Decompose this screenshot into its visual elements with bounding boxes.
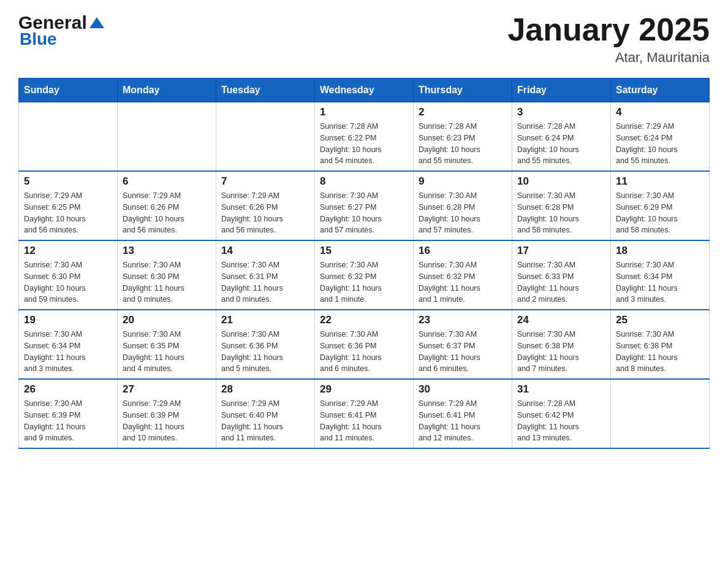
day-info: Sunrise: 7:29 AM Sunset: 6:26 PM Dayligh…: [123, 190, 211, 236]
calendar-subtitle: Atar, Mauritania: [507, 50, 710, 66]
day-number: 9: [419, 175, 507, 188]
table-row: 10Sunrise: 7:30 AM Sunset: 6:28 PM Dayli…: [512, 171, 611, 240]
day-info: Sunrise: 7:28 AM Sunset: 6:42 PM Dayligh…: [517, 398, 605, 444]
page-header: General Blue January 2025 Atar, Mauritan…: [18, 12, 710, 66]
day-info: Sunrise: 7:29 AM Sunset: 6:41 PM Dayligh…: [320, 398, 408, 444]
day-info: Sunrise: 7:30 AM Sunset: 6:29 PM Dayligh…: [616, 190, 704, 236]
table-row: [118, 102, 216, 172]
table-row: 14Sunrise: 7:30 AM Sunset: 6:31 PM Dayli…: [216, 240, 315, 310]
calendar-title: January 2025: [507, 12, 710, 47]
day-number: 4: [616, 106, 704, 118]
day-number: 29: [320, 383, 408, 396]
calendar-week-row: 5Sunrise: 7:29 AM Sunset: 6:25 PM Daylig…: [19, 171, 710, 240]
day-number: 26: [24, 383, 112, 396]
table-row: [611, 379, 710, 448]
day-info: Sunrise: 7:30 AM Sunset: 6:34 PM Dayligh…: [24, 329, 112, 375]
day-info: Sunrise: 7:30 AM Sunset: 6:38 PM Dayligh…: [616, 329, 704, 375]
col-sunday: Sunday: [19, 79, 118, 102]
day-info: Sunrise: 7:30 AM Sunset: 6:35 PM Dayligh…: [123, 329, 211, 375]
table-row: 27Sunrise: 7:29 AM Sunset: 6:39 PM Dayli…: [118, 379, 216, 448]
table-row: 20Sunrise: 7:30 AM Sunset: 6:35 PM Dayli…: [118, 310, 216, 379]
day-info: Sunrise: 7:30 AM Sunset: 6:38 PM Dayligh…: [517, 329, 605, 375]
col-friday: Friday: [512, 79, 611, 102]
day-number: 20: [123, 314, 211, 326]
day-info: Sunrise: 7:30 AM Sunset: 6:39 PM Dayligh…: [24, 398, 112, 444]
day-number: 13: [123, 245, 211, 257]
day-number: 27: [123, 383, 211, 396]
day-number: 22: [320, 314, 408, 326]
day-number: 14: [221, 245, 309, 257]
svg-marker-0: [89, 17, 104, 28]
table-row: 19Sunrise: 7:30 AM Sunset: 6:34 PM Dayli…: [19, 310, 118, 379]
table-row: 7Sunrise: 7:29 AM Sunset: 6:26 PM Daylig…: [216, 171, 315, 240]
table-row: 26Sunrise: 7:30 AM Sunset: 6:39 PM Dayli…: [19, 379, 118, 448]
logo-blue-text: Blue: [20, 29, 57, 49]
day-number: 11: [616, 175, 704, 188]
day-info: Sunrise: 7:30 AM Sunset: 6:28 PM Dayligh…: [517, 190, 605, 236]
day-number: 3: [517, 106, 605, 118]
day-info: Sunrise: 7:28 AM Sunset: 6:22 PM Dayligh…: [320, 121, 408, 167]
table-row: 22Sunrise: 7:30 AM Sunset: 6:36 PM Dayli…: [315, 310, 414, 379]
table-row: 23Sunrise: 7:30 AM Sunset: 6:37 PM Dayli…: [414, 310, 512, 379]
table-row: 12Sunrise: 7:30 AM Sunset: 6:30 PM Dayli…: [19, 240, 118, 310]
day-info: Sunrise: 7:29 AM Sunset: 6:24 PM Dayligh…: [616, 121, 704, 167]
day-info: Sunrise: 7:30 AM Sunset: 6:28 PM Dayligh…: [419, 190, 507, 236]
table-row: [19, 102, 118, 172]
calendar-table: Sunday Monday Tuesday Wednesday Thursday…: [18, 78, 710, 449]
calendar-week-row: 26Sunrise: 7:30 AM Sunset: 6:39 PM Dayli…: [19, 379, 710, 448]
table-row: 30Sunrise: 7:29 AM Sunset: 6:41 PM Dayli…: [414, 379, 512, 448]
table-row: 3Sunrise: 7:28 AM Sunset: 6:24 PM Daylig…: [512, 102, 611, 172]
table-row: 17Sunrise: 7:30 AM Sunset: 6:33 PM Dayli…: [512, 240, 611, 310]
table-row: 9Sunrise: 7:30 AM Sunset: 6:28 PM Daylig…: [414, 171, 512, 240]
table-row: 11Sunrise: 7:30 AM Sunset: 6:29 PM Dayli…: [611, 171, 710, 240]
day-info: Sunrise: 7:30 AM Sunset: 6:36 PM Dayligh…: [320, 329, 408, 375]
day-info: Sunrise: 7:30 AM Sunset: 6:34 PM Dayligh…: [616, 259, 704, 305]
day-info: Sunrise: 7:30 AM Sunset: 6:32 PM Dayligh…: [320, 259, 408, 305]
calendar-week-row: 19Sunrise: 7:30 AM Sunset: 6:34 PM Dayli…: [19, 310, 710, 379]
table-row: 28Sunrise: 7:29 AM Sunset: 6:40 PM Dayli…: [216, 379, 315, 448]
col-monday: Monday: [118, 79, 216, 102]
day-info: Sunrise: 7:30 AM Sunset: 6:27 PM Dayligh…: [320, 190, 408, 236]
day-number: 19: [24, 314, 112, 326]
logo: General Blue: [18, 12, 105, 49]
calendar-header-row: Sunday Monday Tuesday Wednesday Thursday…: [19, 79, 710, 102]
day-number: 2: [419, 106, 507, 118]
day-number: 12: [24, 245, 112, 257]
col-wednesday: Wednesday: [315, 79, 414, 102]
day-number: 7: [221, 175, 309, 188]
col-saturday: Saturday: [611, 79, 710, 102]
day-number: 21: [221, 314, 309, 326]
day-number: 30: [419, 383, 507, 396]
table-row: 15Sunrise: 7:30 AM Sunset: 6:32 PM Dayli…: [315, 240, 414, 310]
day-number: 15: [320, 245, 408, 257]
table-row: 16Sunrise: 7:30 AM Sunset: 6:32 PM Dayli…: [414, 240, 512, 310]
table-row: 1Sunrise: 7:28 AM Sunset: 6:22 PM Daylig…: [315, 102, 414, 172]
day-number: 1: [320, 106, 408, 118]
day-info: Sunrise: 7:29 AM Sunset: 6:39 PM Dayligh…: [123, 398, 211, 444]
day-number: 31: [517, 383, 605, 396]
table-row: 25Sunrise: 7:30 AM Sunset: 6:38 PM Dayli…: [611, 310, 710, 379]
calendar-week-row: 12Sunrise: 7:30 AM Sunset: 6:30 PM Dayli…: [19, 240, 710, 310]
day-number: 18: [616, 245, 704, 257]
day-info: Sunrise: 7:30 AM Sunset: 6:30 PM Dayligh…: [123, 259, 211, 305]
day-info: Sunrise: 7:29 AM Sunset: 6:26 PM Dayligh…: [221, 190, 309, 236]
day-info: Sunrise: 7:30 AM Sunset: 6:31 PM Dayligh…: [221, 259, 309, 305]
table-row: 8Sunrise: 7:30 AM Sunset: 6:27 PM Daylig…: [315, 171, 414, 240]
logo-triangle-icon: [88, 15, 105, 32]
calendar-week-row: 1Sunrise: 7:28 AM Sunset: 6:22 PM Daylig…: [19, 102, 710, 172]
day-number: 28: [221, 383, 309, 396]
day-info: Sunrise: 7:29 AM Sunset: 6:25 PM Dayligh…: [24, 190, 112, 236]
day-number: 6: [123, 175, 211, 188]
col-tuesday: Tuesday: [216, 79, 315, 102]
day-info: Sunrise: 7:29 AM Sunset: 6:41 PM Dayligh…: [419, 398, 507, 444]
day-number: 10: [517, 175, 605, 188]
table-row: 4Sunrise: 7:29 AM Sunset: 6:24 PM Daylig…: [611, 102, 710, 172]
table-row: 21Sunrise: 7:30 AM Sunset: 6:36 PM Dayli…: [216, 310, 315, 379]
day-number: 24: [517, 314, 605, 326]
day-info: Sunrise: 7:30 AM Sunset: 6:32 PM Dayligh…: [419, 259, 507, 305]
day-info: Sunrise: 7:28 AM Sunset: 6:24 PM Dayligh…: [517, 121, 605, 167]
col-thursday: Thursday: [414, 79, 512, 102]
table-row: 29Sunrise: 7:29 AM Sunset: 6:41 PM Dayli…: [315, 379, 414, 448]
day-info: Sunrise: 7:30 AM Sunset: 6:37 PM Dayligh…: [419, 329, 507, 375]
day-number: 5: [24, 175, 112, 188]
